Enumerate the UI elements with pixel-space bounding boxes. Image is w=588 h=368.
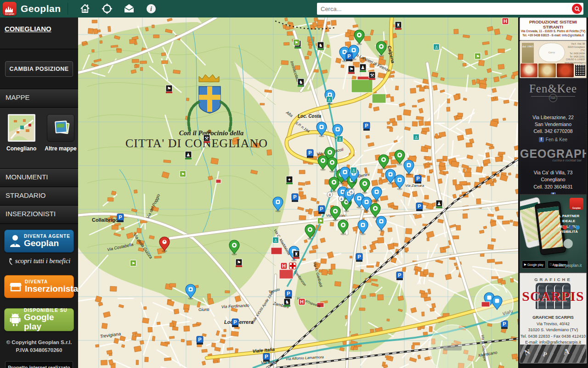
map-marker-pk[interactable]: P: [416, 203, 423, 211]
map-marker-hh[interactable]: H: [299, 299, 305, 305]
svg-text:♞: ♞: [319, 43, 323, 48]
map-marker-gq[interactable]: ⚑: [130, 260, 136, 266]
map-marker-rn[interactable]: 4: [339, 196, 344, 201]
map-marker-gq[interactable]: ⚑: [318, 218, 324, 224]
map-marker-pk[interactable]: P: [232, 319, 238, 327]
section-mappe[interactable]: MAPPE: [0, 89, 78, 108]
current-city-link[interactable]: CONEGLIANO: [5, 25, 51, 33]
map-marker-tq[interactable]: ♙: [413, 134, 419, 140]
map-marker-tq[interactable]: ♙: [327, 97, 333, 103]
svg-text:H: H: [300, 299, 304, 305]
map-marker-bk[interactable]: ⚑: [236, 259, 242, 267]
ad-contacts: Tel. +39 0438 63815 - E-mail: info@grcit…: [520, 34, 586, 38]
info-icon[interactable]: i: [144, 2, 158, 16]
map-marker-bk[interactable]: ⚒: [369, 72, 375, 80]
map-marker-bk[interactable]: ♞: [298, 79, 304, 87]
facebook-dot-icon: [569, 225, 573, 230]
copyright-line2: P.IVA 03480570260: [0, 346, 78, 354]
map-marker-pk[interactable]: P: [415, 175, 421, 184]
map-marker-pk[interactable]: P: [307, 150, 313, 158]
ad-banner-scarpis[interactable]: GRAFICHE SCARPIS SINCE 1919 GRAFICHE SCA…: [520, 273, 587, 363]
become-agent-button[interactable]: DIVENTA AGENTE Geoplan: [4, 230, 74, 253]
map-marker-bk[interactable]: ⚒: [204, 135, 210, 143]
ad-banner-geoplan-app[interactable]: Geoplan IL PARTNER IDEALE PER LA TUA VIS…: [520, 195, 587, 273]
svg-text:8: 8: [329, 193, 331, 197]
svg-text:⚑: ⚑: [131, 261, 135, 266]
map-marker-rn[interactable]: 8: [327, 192, 333, 197]
map-marker-hh[interactable]: H: [281, 263, 287, 269]
ad-banner-fenkee[interactable]: Fen&Kee F&K Via Liberazione, 22 San Vend…: [520, 78, 587, 195]
map-marker-pk[interactable]: P: [363, 122, 370, 131]
map-marker-tq[interactable]: ♙: [337, 136, 343, 142]
svg-text:P: P: [357, 254, 361, 259]
map-marker-bk[interactable]: ♟: [436, 200, 442, 208]
map-marker-pk[interactable]: P: [292, 194, 298, 202]
google-play-badge[interactable]: ▶ Google play: [522, 260, 546, 269]
become-advertiser-button[interactable]: DIVENTA Inserzionista: [4, 275, 74, 298]
map-marker-pk[interactable]: P: [263, 353, 270, 362]
svg-text:6: 6: [351, 190, 353, 194]
promo-area: DIVENTA AGENTE Geoplan scopri tutti i be…: [0, 224, 78, 331]
map-marker-bk[interactable]: ✦: [286, 176, 293, 184]
svg-text:P: P: [398, 272, 401, 278]
map-marker-bk[interactable]: ♜: [395, 22, 401, 30]
locate-icon[interactable]: [100, 2, 114, 16]
svg-text:♙: ♙: [274, 238, 277, 243]
map-marker-pk[interactable]: P: [318, 206, 325, 214]
map-canvas[interactable]: Con il Patrocinio dellaCITTA' DI CONEGLI…: [78, 17, 518, 368]
map-marker-pk[interactable]: P: [346, 53, 352, 61]
map-marker-rc[interactable]: [289, 263, 296, 269]
geoplan-logo[interactable]: Geoplan: [3, 2, 17, 16]
svg-text:P: P: [416, 176, 419, 181]
map-marker-bk[interactable]: ♟: [360, 64, 366, 72]
svg-text:⚑: ⚑: [237, 260, 241, 265]
map-marker-hh[interactable]: H: [502, 18, 509, 24]
map-thumb-altre-mappe[interactable]: Altre mappe: [45, 114, 76, 168]
map-marker-bk[interactable]: ♟: [185, 151, 192, 160]
section-monumenti[interactable]: MONUMENTI: [0, 169, 78, 187]
map-marker-tq[interactable]: ♙: [434, 44, 440, 50]
cluster-magnifier-overlay[interactable]: [475, 284, 513, 323]
map-marker-tq[interactable]: ♙: [351, 167, 357, 173]
home-icon[interactable]: [78, 2, 92, 16]
map-marker-bk[interactable]: ⚑: [166, 85, 172, 93]
ad-banner-stiranti[interactable]: PRODUZIONE SISTEMI STIRANTI Via Crevada,…: [520, 17, 587, 40]
street-label: Loc. Ferrera: [224, 319, 254, 325]
change-position-button[interactable]: CAMBIA POSIZIONE: [5, 61, 73, 77]
map-marker-gq[interactable]: ⚑: [180, 171, 186, 177]
position-area: CAMBIA POSIZIONE: [0, 49, 78, 89]
restaurant-info: Via A. Vital, 98 31015 Conegliano (TV) T…: [565, 43, 585, 65]
svg-text:♞: ♞: [299, 80, 303, 85]
section-stradario[interactable]: STRADARIO: [0, 187, 78, 206]
search-button[interactable]: [572, 4, 582, 14]
map-marker-bk[interactable]: ⚑: [348, 66, 355, 74]
map-marker-pk[interactable]: P: [396, 272, 403, 280]
map-marker-bk[interactable]: ♞: [284, 299, 290, 307]
map-marker-gq[interactable]: ⚑: [294, 40, 300, 46]
map-marker-pk[interactable]: P: [197, 336, 203, 345]
copyright-line1: © Copyright Geoplan S.r.l.: [0, 339, 78, 346]
svg-text:P: P: [418, 203, 421, 209]
qr-code: [575, 65, 585, 76]
map-marker-bk[interactable]: ♞: [317, 42, 324, 50]
svg-text:⚒: ⚒: [370, 73, 374, 78]
section-inserzionisti[interactable]: INSERZIONISTI: [0, 206, 78, 224]
contact-icon[interactable]: [122, 2, 136, 16]
map-marker-rn[interactable]: 6: [349, 189, 354, 195]
map-marker-pk[interactable]: P: [285, 290, 292, 299]
map-marker-tq[interactable]: ♙: [273, 237, 279, 243]
map-marker-pk[interactable]: P: [501, 321, 508, 329]
svg-text:H: H: [282, 263, 286, 269]
map-marker-gq[interactable]: ⚑: [475, 53, 481, 59]
map-marker-pk[interactable]: P: [356, 253, 362, 262]
google-play-button[interactable]: DISPONIBILE SU Google play: [4, 308, 74, 331]
pan-control-overlay[interactable]: [429, 325, 476, 368]
map-marker-pk[interactable]: P: [117, 214, 124, 222]
map-thumb-conegliano[interactable]: Conegliano: [6, 114, 36, 168]
app-title: Geoplan: [21, 3, 61, 14]
map-marker-bk[interactable]: ♜: [293, 251, 300, 259]
svg-text:⚑: ⚑: [476, 54, 480, 59]
credits-button[interactable]: Progetto internet realizzato da Manifatt…: [5, 361, 73, 368]
search-input[interactable]: [317, 6, 572, 12]
ad-banner-ristorante[interactable]: dal 1965 Gerry Via A. Vital, 98 31015 Co…: [520, 40, 587, 78]
